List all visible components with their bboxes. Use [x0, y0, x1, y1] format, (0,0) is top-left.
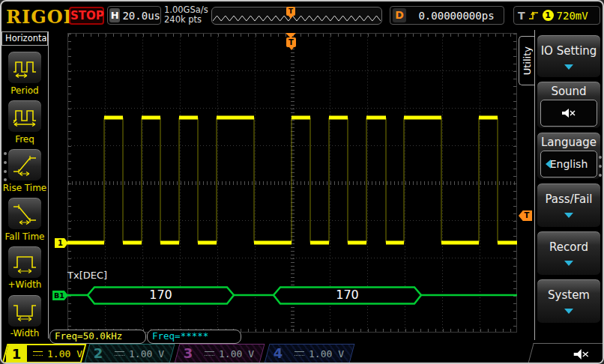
chevron-down-icon: [564, 309, 573, 314]
channel2-chip[interactable]: 2 1.00 V: [85, 344, 175, 363]
system-sound-status: [528, 343, 604, 364]
language-selector[interactable]: English: [540, 151, 597, 178]
menu-io-setting-button[interactable]: IO Setting: [537, 34, 601, 78]
channel3-chip[interactable]: 3 1.00 V: [175, 344, 265, 363]
svg-text:170: 170: [149, 288, 172, 302]
menu-system-button[interactable]: System: [537, 279, 601, 324]
dc-coupling-icon: [115, 351, 124, 357]
chevron-left-icon: [546, 160, 551, 169]
measurement-freq-2: Freq=*****: [147, 330, 241, 344]
channel-number: 3: [178, 345, 199, 362]
menu-item-label: Sound: [537, 85, 600, 98]
channel-scale: 1.00 V: [129, 348, 164, 360]
channel-number: 2: [88, 345, 109, 362]
channel-scale: 1.00 V: [309, 348, 344, 360]
channel1-chip[interactable]: 1 1.00 V: [2, 344, 87, 363]
dc-coupling-icon: [33, 351, 43, 357]
dc-coupling-icon: [295, 351, 304, 357]
menu-item-label: IO Setting: [537, 44, 600, 58]
utility-label: Utility: [522, 46, 533, 75]
channel4-chip[interactable]: 4 1.00 V: [265, 344, 355, 363]
speaker-muted-icon: [573, 348, 591, 361]
menu-language-button[interactable]: Language English: [537, 132, 601, 180]
menu-item-label: Record: [537, 240, 600, 254]
measurement-value: Freq=50.0kHz: [55, 330, 122, 342]
speaker-muted-icon: [561, 107, 577, 119]
menu-sound-button[interactable]: Sound: [537, 81, 601, 129]
decode-bus-label: Tx[DEC]: [67, 270, 107, 281]
menu-pass-fail-button[interactable]: Pass/Fail: [537, 183, 601, 228]
chevron-down-icon: [564, 213, 573, 218]
trigger-position-marker[interactable]: T: [286, 37, 296, 47]
oscilloscope-screen: RIGOL STOP H 20.0us 1.00GSa/s 240k pts T…: [0, 0, 604, 364]
measurement-freq-ch1: Freq=50.0kHz: [49, 330, 146, 344]
language-value: English: [550, 158, 588, 170]
chevron-down-icon: [564, 261, 573, 266]
right-menu-title: Utility: [519, 36, 535, 85]
menu-record-button[interactable]: Record: [537, 231, 601, 276]
chevron-down-icon: [564, 64, 573, 70]
measurement-value: Freq=*****: [152, 330, 208, 342]
channel-scale: 1.00 V: [47, 348, 82, 360]
right-menu-divider: [534, 30, 535, 340]
menu-item-label: System: [537, 288, 600, 302]
menu-item-label: Pass/Fail: [537, 192, 600, 206]
svg-text:170: 170: [336, 288, 359, 302]
right-page-dot: [599, 174, 602, 177]
channel-scale: 1.00 V: [219, 348, 254, 360]
right-page-dot: [599, 165, 602, 168]
channel-number: 1: [6, 345, 27, 362]
right-page-dot: [599, 156, 602, 159]
menu-item-label: Language: [537, 136, 600, 149]
waveform-traces: 170170: [1, 1, 604, 364]
channel-number: 4: [268, 345, 289, 362]
sound-mute-toggle[interactable]: [540, 100, 597, 127]
dc-coupling-icon: [205, 351, 214, 357]
